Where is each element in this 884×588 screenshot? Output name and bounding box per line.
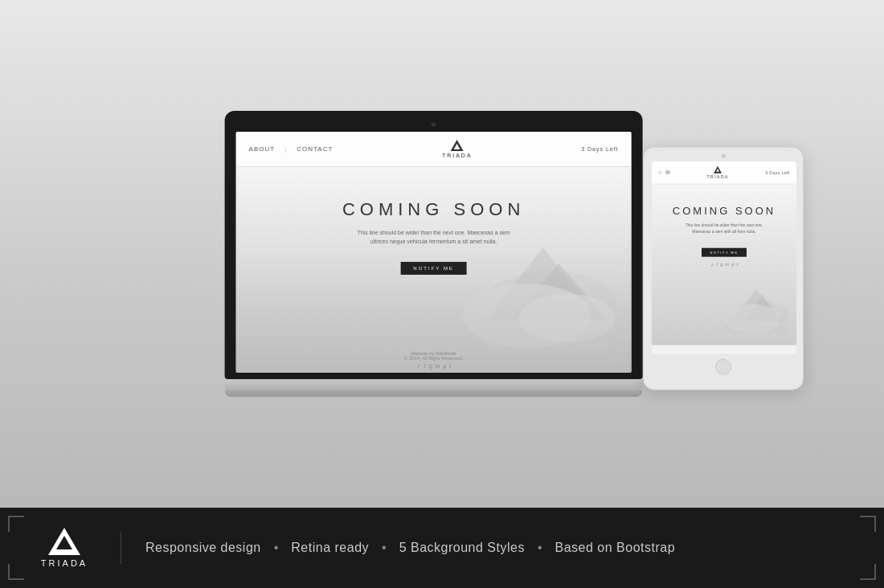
footer-bar: TRIADA Responsive design • Retina ready … bbox=[0, 508, 884, 588]
footer-dot-3: • bbox=[538, 541, 542, 555]
preview-area: ABOUT | CONTACT TRIADA 3 Days Left bbox=[0, 0, 884, 508]
social-icon-pinterest: p bbox=[443, 363, 446, 370]
laptop-screen-outer: ABOUT | CONTACT TRIADA 3 Days Left bbox=[225, 111, 643, 379]
svg-point-4 bbox=[519, 294, 616, 342]
footer-logo-text: TRIADA bbox=[41, 558, 88, 568]
laptop-nav-left: ABOUT | CONTACT bbox=[249, 145, 334, 153]
tablet-days-left: 3 Days Left bbox=[765, 170, 790, 175]
tablet-camera bbox=[722, 154, 726, 158]
tablet-title: COMING SOON bbox=[652, 205, 796, 217]
tablet-social-4: in bbox=[726, 262, 730, 267]
footer-logo: TRIADA bbox=[32, 528, 96, 568]
tablet-social-2: f bbox=[717, 262, 718, 267]
social-icon-tumblr: t bbox=[449, 363, 451, 370]
laptop-footer: Website by InfinRuler © 2014, All Right … bbox=[236, 345, 632, 373]
laptop-subtitle: This line should be wider than the next … bbox=[236, 228, 632, 246]
tablet-content: COMING SOON This line should be wider th… bbox=[652, 185, 796, 257]
footer-feature-backgrounds: 5 Background Styles bbox=[399, 541, 525, 555]
laptop-notify-button[interactable]: NOTIFY ME bbox=[400, 262, 467, 275]
tablet-brand: TRIADA bbox=[707, 174, 729, 179]
footer-dot-2: • bbox=[382, 541, 387, 555]
tablet-social-1: ✓ bbox=[710, 262, 714, 267]
footer-divider bbox=[121, 532, 121, 564]
laptop-contact: CONTACT bbox=[297, 145, 333, 153]
tablet-footer: ✓ f g in p t bbox=[652, 257, 796, 271]
footer-feature-bootstrap: Based on Bootstrap bbox=[555, 541, 676, 555]
tablet-outer: ○ ✉ TRIADA 3 Days Left bbox=[643, 147, 804, 390]
laptop-nav: ABOUT | CONTACT TRIADA 3 Days Left bbox=[236, 132, 632, 167]
laptop-about: ABOUT bbox=[249, 145, 276, 153]
corner-bracket-br bbox=[860, 564, 876, 580]
footer-dot-1: • bbox=[274, 541, 279, 555]
corner-bracket-tl bbox=[8, 516, 24, 532]
footer-feature-responsive: Responsive design bbox=[145, 541, 261, 555]
tablet-logo-triangle bbox=[714, 166, 722, 174]
tablet-notify-button[interactable]: NOTIFY ME bbox=[702, 248, 746, 257]
tablet-social: ✓ f g in p t bbox=[655, 262, 793, 267]
laptop-camera bbox=[432, 122, 436, 127]
tablet-nav: ○ ✉ TRIADA 3 Days Left bbox=[652, 161, 796, 185]
laptop-footer-line2: © 2014, All Right Reserved. bbox=[243, 356, 625, 361]
tablet-social-5: p bbox=[731, 262, 734, 267]
laptop-days-left: 3 Days Left bbox=[581, 146, 618, 152]
svg-point-8 bbox=[724, 304, 780, 333]
corner-bracket-tr bbox=[860, 516, 876, 532]
social-icon-linkedin: in bbox=[436, 363, 440, 370]
laptop-screen-body: COMING SOON This line should be wider th… bbox=[236, 167, 632, 373]
tablet-home-button[interactable] bbox=[715, 359, 731, 375]
laptop-foot bbox=[225, 390, 643, 397]
laptop-logo-triangle bbox=[451, 140, 464, 151]
corner-bracket-bl bbox=[8, 564, 24, 580]
tablet-mountain-bg bbox=[716, 277, 788, 333]
laptop-mockup: ABOUT | CONTACT TRIADA 3 Days Left bbox=[225, 111, 643, 397]
laptop-screen: ABOUT | CONTACT TRIADA 3 Days Left bbox=[236, 132, 632, 373]
tablet-screen-body: COMING SOON This line should be wider th… bbox=[652, 185, 796, 345]
laptop-nav-sep: | bbox=[284, 145, 287, 153]
social-icon-twitter: ✓ bbox=[416, 363, 421, 370]
footer-logo-triangle bbox=[48, 528, 80, 555]
laptop-content: COMING SOON This line should be wider th… bbox=[236, 167, 632, 275]
social-icon-facebook: f bbox=[424, 363, 426, 370]
tablet-icon-2: ✉ bbox=[665, 169, 670, 176]
tablet-logo: TRIADA bbox=[707, 166, 729, 179]
laptop-logo: TRIADA bbox=[442, 140, 473, 158]
tablet-mockup: ○ ✉ TRIADA 3 Days Left bbox=[643, 147, 804, 390]
laptop-brand: TRIADA bbox=[442, 153, 473, 158]
tablet-social-6: t bbox=[737, 262, 739, 267]
laptop-base bbox=[225, 379, 643, 390]
tablet-icon-1: ○ bbox=[658, 169, 661, 176]
tablet-subtitle: This line should be wider than the next … bbox=[652, 222, 796, 235]
tablet-nav-icons: ○ ✉ bbox=[658, 169, 670, 176]
footer-feature-retina: Retina ready bbox=[291, 541, 369, 555]
footer-features: Responsive design • Retina ready • 5 Bac… bbox=[145, 541, 852, 555]
tablet-social-3: g bbox=[720, 262, 722, 267]
laptop-title: COMING SOON bbox=[236, 199, 632, 220]
tablet-screen: ○ ✉ TRIADA 3 Days Left bbox=[652, 161, 796, 354]
laptop-social: ✓ f g in p t bbox=[243, 363, 625, 370]
social-icon-g: g bbox=[429, 363, 432, 370]
